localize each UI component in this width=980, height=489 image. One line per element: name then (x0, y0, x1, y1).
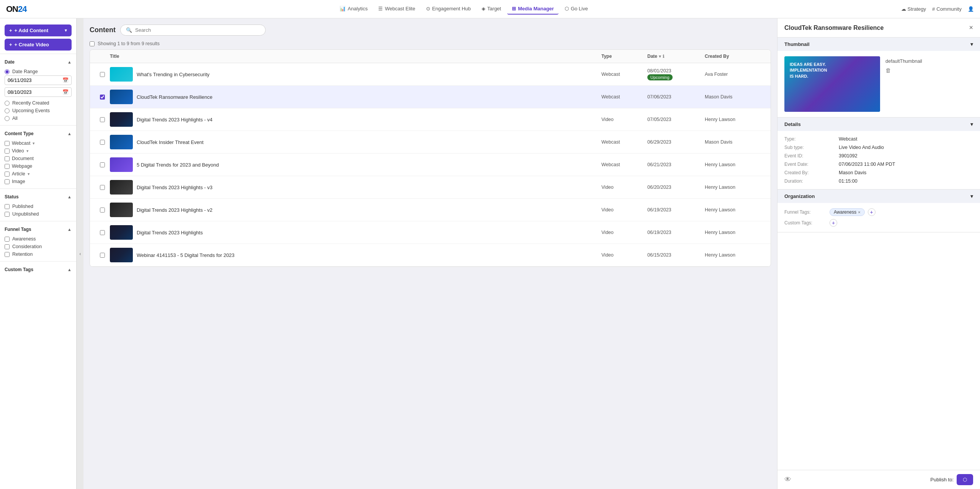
row-8-title: Digital Trends 2023 Highlights (137, 230, 203, 236)
content-type-webcast[interactable]: Webcast ▾ (5, 139, 72, 147)
article-expand-icon[interactable]: ▾ (28, 172, 30, 177)
main-layout: + + Add Content ▾ + + Create Video Date … (0, 18, 980, 489)
status-collapse-icon[interactable]: ▲ (67, 195, 72, 199)
date-collapse-icon[interactable]: ▲ (67, 60, 72, 64)
date-to-input-wrap: 📅 (5, 87, 72, 97)
table-row[interactable]: Digital Trends 2023 Highlights - v3 Vide… (90, 176, 771, 199)
row-1-checkbox[interactable] (100, 72, 105, 77)
organization-section-content: Funnel Tags: Awareness × + Custom Tags: … (777, 203, 980, 232)
right-panel: CloudTek Ransomware Resilience × Thumbna… (777, 18, 980, 489)
date-range-label: Date Range (12, 69, 38, 74)
nav-user[interactable]: 👤 (968, 6, 974, 12)
awareness-tag: Awareness × (830, 208, 865, 216)
date-to-input[interactable] (8, 90, 62, 95)
results-text: Showing 1 to 9 from 9 results (98, 41, 160, 46)
table-row[interactable]: Digital Trends 2023 Highlights Video 06/… (90, 221, 771, 244)
content-type-image[interactable]: Image (5, 178, 72, 185)
row-9-checkbox[interactable] (100, 253, 105, 258)
webcast-expand-icon[interactable]: ▾ (33, 141, 35, 146)
calendar-from-icon[interactable]: 📅 (62, 77, 69, 83)
search-icon: 🔍 (126, 27, 132, 33)
funnel-tags-collapse-icon[interactable]: ▲ (67, 227, 72, 232)
thumbnail-delete-icon[interactable]: 🗑 (885, 67, 922, 74)
nav-engagement-hub[interactable]: ⊙ Engagement Hub (421, 3, 475, 15)
nav-media-manager[interactable]: ⊞ Media Manager (507, 3, 559, 15)
row-1-date: 08/01/2023 Upcoming (647, 68, 705, 80)
add-funnel-tag-button[interactable]: + (868, 208, 875, 216)
nav-strategy[interactable]: ☁ Strategy (901, 6, 926, 12)
row-9-creator: Henry Lawson (705, 252, 766, 258)
upcoming-events-option[interactable]: Upcoming Events (5, 107, 72, 114)
unpublished-option[interactable]: Unpublished (5, 210, 72, 218)
table-row[interactable]: CloudTek Insider Threat Event Webcast 06… (90, 131, 771, 154)
select-all-checkbox[interactable] (90, 41, 95, 46)
date-sort-icon[interactable]: ▾ (659, 54, 661, 59)
table-row[interactable]: Digital Trends 2023 Highlights - v2 Vide… (90, 199, 771, 221)
table-row[interactable]: What's Trending in Cybersecurity Webcast… (90, 63, 771, 86)
content-type-webpage[interactable]: Webpage (5, 162, 72, 170)
add-content-dropdown-icon: ▾ (65, 28, 67, 33)
table-row[interactable]: Digital Trends 2023 Highlights - v4 Vide… (90, 108, 771, 131)
organization-section-header[interactable]: Organization ▾ (777, 190, 980, 203)
sidebar-collapse-toggle[interactable]: ‹ (77, 18, 83, 489)
table-row[interactable]: 5 Digital Trends for 2023 and Beyond Web… (90, 154, 771, 176)
logo[interactable]: ON24 (6, 4, 26, 14)
row-6-type: Video (601, 185, 647, 190)
awareness-tag-close[interactable]: × (858, 210, 860, 214)
search-input[interactable] (135, 27, 260, 33)
table-row[interactable]: CloudTek Ransomware Resilience Webcast 0… (90, 86, 771, 108)
date-info-icon[interactable]: ℹ (663, 54, 664, 59)
upcoming-events-label: Upcoming Events (12, 108, 50, 113)
content-type-article[interactable]: Article ▾ (5, 170, 72, 178)
publish-button[interactable]: ⬡ (957, 474, 973, 485)
row-7-checkbox[interactable] (100, 208, 105, 213)
create-video-button[interactable]: + + Create Video (5, 39, 72, 51)
preview-icon[interactable]: 👁 (784, 476, 791, 484)
table-row[interactable]: Webinar 4141153 - 5 Digital Trends for 2… (90, 244, 771, 267)
engagement-hub-icon: ⊙ (426, 6, 430, 11)
recently-created-option[interactable]: Recently Created (5, 99, 72, 107)
awareness-tag-option[interactable]: Awareness (5, 235, 72, 243)
date-range-option[interactable]: Date Range (5, 68, 72, 75)
details-section-header[interactable]: Details ▾ (777, 118, 980, 131)
row-1-title-cell: What's Trending in Cybersecurity (110, 67, 601, 82)
nav-analytics[interactable]: 📊 Analytics (335, 3, 372, 15)
thumbnail-section-header[interactable]: Thumbnail ▾ (777, 38, 980, 51)
consideration-tag-option[interactable]: Consideration (5, 243, 72, 250)
content-type-video[interactable]: Video ▾ (5, 147, 72, 155)
row-5-date: 06/21/2023 (647, 162, 705, 167)
duration-label: Duration: (784, 178, 834, 184)
page-title: Content (90, 26, 116, 34)
row-6-checkbox[interactable] (100, 185, 105, 190)
calendar-to-icon[interactable]: 📅 (62, 89, 69, 95)
nav-webcast-elite[interactable]: ☰ Webcast Elite (374, 3, 420, 15)
retention-tag-option[interactable]: Retention (5, 250, 72, 258)
row-4-checkbox[interactable] (100, 140, 105, 145)
date-section: Date ▲ Date Range 📅 📅 Recently Created (0, 59, 76, 122)
add-custom-tag-button[interactable]: + (830, 219, 837, 227)
user-icon: 👤 (968, 6, 974, 12)
row-4-title: CloudTek Insider Threat Event (137, 139, 204, 145)
content-type-document[interactable]: Document (5, 155, 72, 162)
panel-close-button[interactable]: × (969, 24, 973, 32)
nav-community[interactable]: # Community (932, 6, 962, 12)
custom-tags-label: Custom Tags: (784, 220, 826, 226)
published-option[interactable]: Published (5, 203, 72, 210)
date-from-input[interactable] (8, 78, 62, 83)
content-type-collapse-icon[interactable]: ▲ (67, 131, 72, 136)
add-content-button[interactable]: + + Add Content ▾ (5, 25, 72, 36)
row-3-checkbox[interactable] (100, 117, 105, 122)
custom-tags-row: Custom Tags: + (784, 219, 973, 227)
nav-go-live[interactable]: ⬡ Go Live (560, 3, 593, 15)
subtype-label: Sub type: (784, 145, 834, 150)
video-expand-icon[interactable]: ▾ (26, 149, 29, 154)
row-6-creator: Henry Lawson (705, 185, 766, 190)
nav-target[interactable]: ◈ Target (477, 3, 506, 15)
row-8-checkbox[interactable] (100, 230, 105, 235)
all-option[interactable]: All (5, 114, 72, 122)
search-box[interactable]: 🔍 (120, 25, 266, 36)
custom-tags-collapse-icon[interactable]: ▲ (67, 267, 72, 272)
row-5-checkbox[interactable] (100, 162, 105, 167)
row-2-checkbox[interactable] (100, 95, 105, 100)
collapse-arrow-icon: ‹ (80, 251, 81, 257)
